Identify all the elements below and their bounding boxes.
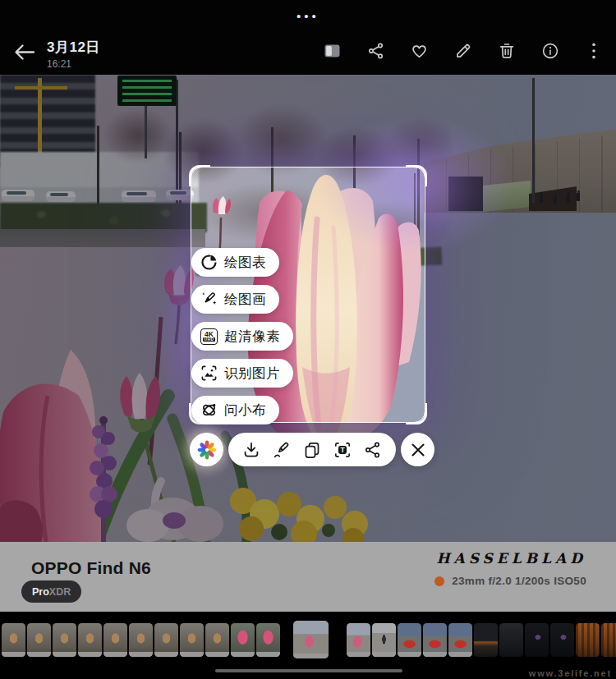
more-button[interactable]	[584, 41, 603, 60]
street	[0, 229, 205, 247]
filmstrip-thumbnail[interactable]	[129, 623, 153, 657]
menu-item-label: 绘图表	[224, 254, 266, 272]
top-actions	[323, 41, 603, 60]
selection-corner-handle[interactable]	[189, 165, 210, 186]
uhd-label-text: UHD	[203, 337, 215, 342]
street-pole	[532, 78, 535, 203]
ai-flower-icon	[196, 439, 218, 461]
filmstrip-thumbnail[interactable]	[601, 623, 616, 657]
gallery-app: ••• 3月12日 16:21	[0, 0, 616, 679]
kebab-menu-icon	[591, 42, 596, 60]
photo-viewer[interactable]: 绘图表 绘图画 4K	[0, 75, 616, 542]
photo-time: 16:21	[47, 58, 100, 70]
close-selection-button[interactable]	[401, 433, 434, 466]
toolbar-pill: T	[228, 433, 396, 466]
edit-button[interactable]	[453, 41, 472, 60]
filmstrip-thumbnail[interactable]	[398, 623, 421, 657]
menu-item-label: 绘图画	[224, 291, 266, 309]
sign-pole	[145, 106, 147, 158]
split-view-button[interactable]	[323, 41, 342, 60]
filmstrip-thumbnail[interactable]	[474, 623, 498, 657]
split-view-icon	[323, 42, 342, 60]
back-button[interactable]	[13, 40, 38, 63]
filmstrip-thumbnail[interactable]	[525, 623, 549, 657]
pedestrian	[540, 195, 543, 203]
filmstrip-thumbnail[interactable]	[154, 623, 178, 657]
selection-corner-handle[interactable]	[406, 165, 427, 186]
share-icon	[367, 42, 385, 60]
menu-item-ask-assistant[interactable]: 问小布	[191, 396, 279, 424]
exif-row: 23mm f/2.0 1/200s ISO50	[434, 575, 586, 587]
menu-item-label: 超清像素	[224, 328, 280, 346]
hasselblad-logo: HASSELBLAD	[436, 550, 586, 567]
menu-item-label: 识别图片	[224, 365, 280, 383]
menu-item-draw-picture[interactable]: 绘图画	[191, 285, 279, 314]
filmstrip-thumbnail[interactable]	[53, 623, 76, 657]
doodle-button[interactable]	[273, 441, 291, 459]
device-name: OPPO Find N6	[31, 558, 151, 578]
pencil-icon	[454, 42, 472, 60]
download-button[interactable]	[242, 441, 260, 459]
filmstrip-thumbnail[interactable]	[78, 623, 102, 657]
photo-date: 3月12日	[47, 38, 100, 57]
filmstrip-thumbnail[interactable]	[423, 623, 447, 657]
filmstrip-thumbnail[interactable]	[205, 623, 229, 657]
parked-car	[122, 190, 156, 202]
filmstrip-thumbnail[interactable]	[103, 623, 127, 657]
parked-car	[2, 190, 34, 201]
pager-dots: •••	[0, 12, 616, 21]
delete-button[interactable]	[497, 41, 516, 60]
filmstrip-thumbnail[interactable]	[448, 623, 472, 657]
close-icon	[411, 443, 425, 457]
parked-car	[166, 190, 194, 200]
filmstrip-thumbnail[interactable]	[576, 623, 600, 657]
filmstrip-thumbnail[interactable]	[2, 623, 25, 657]
proxdr-badge: ProXDR	[21, 580, 81, 603]
ornamental-cabbage	[126, 481, 223, 542]
hedge	[0, 203, 207, 232]
pedestrian	[554, 196, 557, 204]
favorite-button[interactable]	[410, 41, 429, 60]
uhd-4k-icon: 4K UHD	[200, 328, 218, 345]
parked-car	[46, 191, 76, 202]
photo-frame-bar: OPPO Find N6 ProXDR HASSELBLAD 23mm f/2.…	[0, 542, 616, 612]
info-icon	[541, 42, 559, 60]
filmstrip-thumbnail[interactable]	[499, 623, 523, 657]
filmstrip-thumbnail[interactable]	[256, 623, 280, 657]
filmstrip-scrollbar[interactable]	[215, 669, 402, 672]
filmstrip-thumbnail[interactable]	[550, 623, 574, 657]
heart-icon	[410, 42, 429, 60]
back-arrow-icon	[13, 43, 35, 62]
exif-text: 23mm f/2.0 1/200s ISO50	[452, 575, 586, 587]
copy-button[interactable]	[303, 441, 321, 459]
share-button[interactable]	[366, 41, 385, 60]
crane-arm	[15, 86, 67, 89]
badge-pro-text: Pro	[32, 586, 49, 598]
yellow-flowers	[230, 488, 368, 542]
filmstrip-thumbnail-selected[interactable]	[293, 621, 329, 658]
top-bar: ••• 3月12日 16:21	[0, 0, 616, 75]
badge-xdr-text: XDR	[49, 586, 71, 598]
accent-dot-icon	[434, 576, 444, 586]
menu-item-draw-chart[interactable]: 绘图表	[191, 248, 279, 277]
ai-magic-button[interactable]	[190, 433, 223, 466]
selection-toolbar: T	[0, 433, 616, 466]
filmstrip-thumbnail[interactable]	[372, 623, 396, 657]
crane	[38, 78, 42, 160]
extract-text-button[interactable]: T	[333, 441, 352, 459]
share-selection-button[interactable]	[364, 441, 382, 459]
led-traffic-sign	[117, 76, 177, 106]
filmstrip-track[interactable]	[2, 619, 616, 660]
trash-icon	[498, 42, 516, 60]
pedestrian	[567, 195, 570, 203]
filmstrip-thumbnail[interactable]	[231, 623, 255, 657]
menu-item-recognize-image[interactable]: 识别图片	[191, 359, 293, 388]
filmstrip-thumbnail[interactable]	[27, 623, 51, 657]
filmstrip-thumbnail[interactable]	[180, 623, 204, 657]
info-button[interactable]	[540, 41, 559, 60]
menu-item-super-resolution[interactable]: 4K UHD 超清像素	[191, 322, 293, 351]
filmstrip-thumbnail[interactable]	[347, 623, 370, 657]
filmstrip: www.3elife.net	[0, 612, 616, 679]
selection-corner-handle[interactable]	[406, 403, 427, 424]
menu-item-label: 问小布	[224, 401, 266, 420]
